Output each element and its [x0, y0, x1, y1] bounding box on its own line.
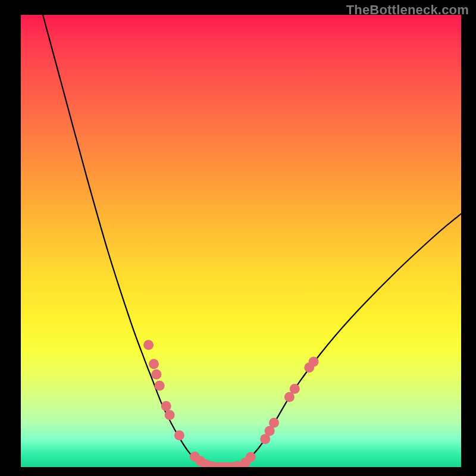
chart-area	[21, 15, 461, 467]
data-marker	[143, 340, 154, 350]
bottleneck-curve	[43, 15, 461, 467]
marker-group	[143, 340, 318, 467]
data-marker	[290, 384, 300, 394]
data-marker	[269, 418, 279, 428]
data-marker	[151, 369, 161, 380]
data-marker	[161, 401, 171, 411]
chart-svg	[21, 15, 461, 467]
data-marker	[165, 410, 175, 420]
data-marker	[155, 381, 165, 391]
data-marker	[149, 359, 159, 369]
data-marker	[174, 430, 184, 440]
data-marker	[309, 356, 319, 367]
data-marker	[246, 452, 256, 462]
